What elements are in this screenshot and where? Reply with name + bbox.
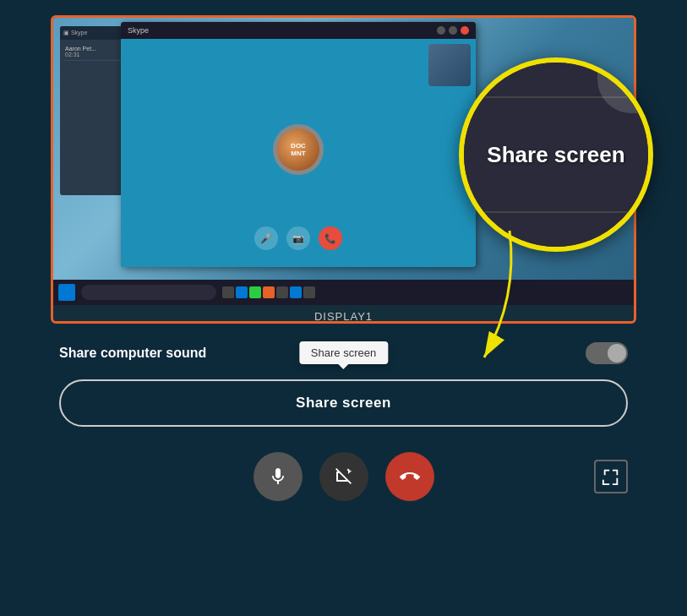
skype-call-area: DOCMNT 🎤 📷 📞 xyxy=(121,39,476,267)
arrow-pointer xyxy=(450,222,535,374)
taskbar-icon-1 xyxy=(222,286,234,298)
contact-name: Aaron Pet... xyxy=(65,46,123,52)
end-call-icon xyxy=(400,466,420,487)
end-call-button[interactable] xyxy=(385,452,434,501)
skype-mic-btn: 🎤 xyxy=(254,226,278,250)
skype-side-window: ▣ Skype Aaron Pet... 02:31 xyxy=(60,26,128,195)
taskbar-icon-3 xyxy=(249,286,261,298)
taskbar-icon-6 xyxy=(290,286,302,298)
contact-time: 02:31 xyxy=(65,52,123,57)
skype-contact-1: Aaron Pet... 02:31 xyxy=(63,43,124,61)
taskbar-search xyxy=(81,285,216,300)
display-label: DISPLAY1 xyxy=(53,305,634,324)
expand-button[interactable] xyxy=(594,460,628,493)
share-btn-wrapper: Share screen Share screen xyxy=(59,379,628,427)
skype-call-controls: 🎤 📷 📞 xyxy=(254,226,342,250)
mic-button[interactable] xyxy=(254,452,303,501)
taskbar-icon-4 xyxy=(263,286,275,298)
skype-main-window: Skype DOCMNT xyxy=(121,22,476,267)
video-button[interactable] xyxy=(319,452,368,501)
taskbar-icon-7 xyxy=(303,286,315,298)
skype-side-title: ▣ Skype xyxy=(63,30,87,36)
magnify-share-text: Share screen xyxy=(487,142,624,168)
toggle-knob xyxy=(608,344,626,363)
skype-titlebar: Skype xyxy=(121,22,476,39)
taskbar-icons xyxy=(222,286,315,298)
sound-toggle[interactable] xyxy=(586,342,628,364)
taskbar-icon-2 xyxy=(236,286,248,298)
magnify-content: Share screen xyxy=(464,63,648,247)
magnify-corner xyxy=(597,63,648,113)
share-screen-button[interactable]: Share screen xyxy=(59,379,628,427)
avatar-inner: DOCMNT xyxy=(277,128,319,171)
skype-title-text: Skype xyxy=(128,26,149,35)
skype-content: DOCMNT 🎤 📷 📞 xyxy=(121,39,476,267)
controls-area: Share computer sound Share screen Share … xyxy=(51,342,636,501)
skype-end-btn: 📞 xyxy=(319,226,342,250)
remote-avatar: DOCMNT xyxy=(273,124,324,175)
screen-preview-wrapper: ▣ Skype Aaron Pet... 02:31 Skype xyxy=(51,15,636,324)
skype-side-titlebar: ▣ Skype xyxy=(60,26,128,40)
skype-maximize xyxy=(449,26,457,35)
skype-video-btn: 📷 xyxy=(286,226,310,250)
video-off-icon xyxy=(334,466,354,487)
taskbar-icon-5 xyxy=(276,286,288,298)
mic-icon xyxy=(268,466,288,487)
share-tooltip: Share screen xyxy=(299,341,388,364)
sound-label: Share computer sound xyxy=(59,346,206,361)
call-controls-bar xyxy=(59,452,628,501)
skype-close xyxy=(461,26,469,35)
start-button xyxy=(58,284,75,301)
skype-minimize xyxy=(437,26,445,35)
skype-side-content: Aaron Pet... 02:31 xyxy=(60,40,128,64)
windows-taskbar xyxy=(53,280,634,305)
expand-icon xyxy=(602,467,620,486)
magnify-bottom-bar xyxy=(464,211,648,213)
skype-controls xyxy=(437,26,469,35)
